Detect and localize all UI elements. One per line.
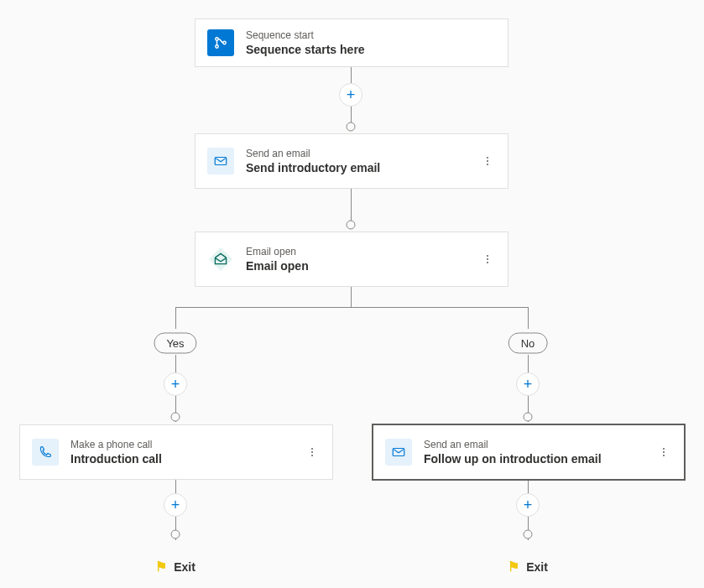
phone-icon (32, 439, 59, 466)
node-more-button[interactable] (479, 251, 496, 268)
mail-icon (207, 148, 234, 174)
add-step-button[interactable]: + (164, 493, 187, 517)
connector-joint (347, 122, 356, 132)
svg-marker-4 (209, 247, 232, 271)
exit-marker: ⚑ Exit (155, 559, 196, 575)
connector-joint (171, 413, 180, 422)
node-type-label: Sequence start (246, 29, 365, 41)
svg-point-0 (216, 38, 218, 40)
node-condition-email-open[interactable]: Email open Email open (195, 232, 508, 287)
connector-joint (171, 530, 180, 539)
node-title: Introduction call (70, 452, 162, 466)
mail-icon (385, 439, 412, 466)
email-open-icon (207, 246, 234, 273)
node-type-label: Send an email (424, 439, 602, 450)
exit-label: Exit (174, 559, 196, 573)
node-type-label: Send an email (246, 148, 380, 159)
svg-point-1 (216, 45, 218, 48)
connector-joint (524, 413, 533, 422)
sequence-canvas: + Yes No + + + + ⚑ Exit ⚑ Exit (0, 0, 704, 588)
node-title: Sequence starts here (246, 43, 365, 56)
node-phone-call[interactable]: Make a phone call Introduction call (19, 424, 333, 480)
node-more-button[interactable] (479, 153, 496, 169)
flag-icon: ⚑ (155, 559, 167, 575)
exit-label: Exit (526, 559, 548, 573)
branch-no-label: No (508, 333, 548, 354)
node-more-button[interactable] (304, 444, 321, 461)
node-title: Follow up on introduction email (424, 452, 602, 466)
node-more-button[interactable] (655, 444, 672, 461)
add-step-button[interactable]: + (516, 493, 540, 517)
exit-marker: ⚑ Exit (508, 559, 548, 575)
node-type-label: Make a phone call (70, 439, 162, 450)
node-send-email-followup[interactable]: Send an email Follow up on introduction … (372, 424, 686, 481)
connector-joint (524, 530, 533, 539)
node-title: Email open (246, 259, 309, 273)
connector-joint (347, 221, 356, 230)
add-step-button[interactable]: + (516, 372, 540, 396)
node-type-label: Email open (246, 246, 309, 258)
branch-yes-label: Yes (154, 333, 196, 354)
node-send-email[interactable]: Send an email Send introductory email (195, 133, 508, 189)
add-step-button[interactable]: + (164, 372, 187, 396)
add-step-button[interactable]: + (339, 83, 362, 107)
svg-point-2 (223, 41, 226, 44)
flag-icon: ⚑ (508, 559, 519, 575)
node-title: Send introductory email (246, 161, 380, 174)
branch-icon (207, 29, 234, 56)
node-sequence-start[interactable]: Sequence start Sequence starts here (195, 18, 508, 67)
